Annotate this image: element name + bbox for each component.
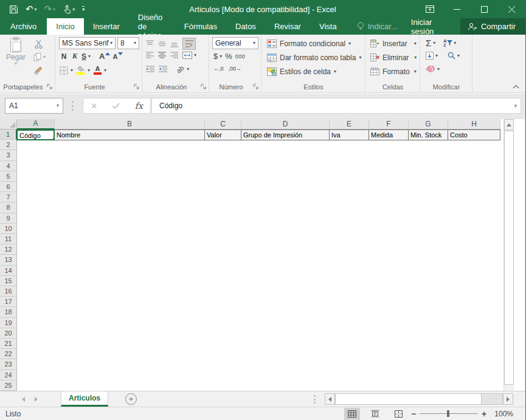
row-header-3[interactable]: 3 [0,150,17,160]
decrease-indent-icon[interactable] [146,66,154,73]
row-header-10[interactable]: 10 [0,224,17,234]
undo-button[interactable]: ↶▾ [22,1,40,17]
horizontal-scrollbar-thumb[interactable] [335,393,482,405]
zoom-out-button[interactable]: − [409,409,418,419]
column-header-D[interactable]: D [241,119,330,129]
row-header-21[interactable]: 21 [0,339,17,349]
align-bottom-icon[interactable] [170,40,178,47]
vertical-scrollbar-thumb[interactable] [504,131,514,385]
scroll-left-button[interactable] [325,393,335,405]
scroll-right-button[interactable] [503,393,513,405]
cell-F1[interactable]: Medida [369,129,409,140]
sign-in-button[interactable]: Iniciar sesión [404,18,460,35]
row-header-7[interactable]: 7 [0,192,17,202]
column-header-E[interactable]: E [330,119,369,129]
sheet-tab-articulos[interactable]: Articulos [61,391,108,407]
row-header-14[interactable]: 14 [0,266,17,276]
cell-A1[interactable]: Código [16,129,55,140]
increase-indent-icon[interactable] [159,66,167,73]
row-header-18[interactable]: 18 [0,307,17,317]
insert-cells-button[interactable]: Insertar▾ [369,37,418,50]
row-header-8[interactable]: 8 [0,202,17,213]
row-header-17[interactable]: 17 [0,297,17,307]
row-header-1[interactable]: 1 [0,129,17,140]
increase-decimal-button[interactable]: ←,0 [213,66,224,72]
tab-datos[interactable]: Datos [226,18,265,35]
cell-H1[interactable]: Costo [448,129,500,140]
confirm-entry-icon[interactable] [112,103,120,109]
save-icon[interactable] [6,1,21,17]
align-center-icon[interactable] [158,52,166,59]
clipboard-dialog-launcher[interactable] [46,83,53,90]
collapse-ribbon-icon[interactable] [513,84,519,89]
page-layout-view-icon[interactable] [367,408,383,420]
format-as-table-button[interactable]: Dar formato como tabla▾ [266,51,362,64]
orientation-button[interactable]: ab ▾ [176,66,189,73]
row-header-15[interactable]: 15 [0,276,17,286]
row-header-5[interactable]: 5 [0,171,17,182]
row-header-2[interactable]: 2 [0,140,17,150]
font-dialog-launcher[interactable] [133,83,140,90]
cell-D1[interactable]: Grupo de Impresión [241,129,330,140]
cell-styles-button[interactable]: Estilos de celda▾ [266,65,337,78]
row-header-12[interactable]: 12 [0,244,17,255]
next-sheet-icon[interactable] [35,397,38,402]
column-header-F[interactable]: F [369,119,409,129]
conditional-formatting-button[interactable]: Formato condicional▾ [266,37,352,50]
borders-button[interactable]: ▾ [60,66,73,75]
comma-format-button[interactable]: 000 [235,53,246,60]
column-header-G[interactable]: G [409,119,448,129]
sort-filter-button[interactable]: AZ ▾ [443,39,456,47]
fill-color-button[interactable]: ▾ [77,66,90,75]
align-top-icon[interactable] [146,40,154,47]
paste-button[interactable]: Pegar ▾ [4,37,28,66]
format-painter-icon[interactable] [32,65,45,76]
align-right-icon[interactable] [170,52,178,59]
cancel-entry-icon[interactable]: ✕ [91,102,97,111]
row-header-13[interactable]: 13 [0,255,17,265]
cell-G1[interactable]: Min. Stock [408,129,448,140]
fill-down-button[interactable]: ▾ [426,52,438,60]
cell-C1[interactable]: Valor [204,129,241,140]
grow-font-button[interactable]: A [99,52,110,61]
font-name-combo[interactable]: MS Sans Serif▾ [59,37,116,49]
cell-B1[interactable]: Nombre [54,129,205,140]
minimize-button[interactable] [443,0,471,18]
number-dialog-launcher[interactable] [252,83,259,90]
number-format-combo[interactable]: General▾ [212,37,258,49]
new-sheet-button[interactable]: + [125,393,137,405]
name-box[interactable]: A1▾ [5,98,63,114]
column-header-H[interactable]: H [448,119,500,129]
tab-vista[interactable]: Vista [310,18,346,35]
row-header-4[interactable]: 4 [0,161,17,171]
font-size-combo[interactable]: 8▾ [117,37,139,49]
underline-button[interactable]: S▾ [81,52,91,61]
tab-diseño-de-página[interactable]: Diseño de página [129,18,175,35]
insert-function-icon[interactable]: fx [135,101,143,111]
row-header-11[interactable]: 11 [0,234,17,244]
maximize-button[interactable] [471,0,498,18]
column-header-B[interactable]: B [55,119,205,129]
shrink-font-button[interactable]: A [112,53,123,60]
zoom-slider-thumb[interactable] [447,410,449,417]
row-header-23[interactable]: 23 [0,359,17,370]
name-box-grip[interactable] [72,101,74,111]
worksheet-grid[interactable]: ABCDEFGH 1234567891011121314151617181920… [0,119,514,391]
select-all-corner[interactable] [0,119,17,129]
autosum-button[interactable]: Σ▾ [426,38,435,48]
share-button[interactable]: Compartir [460,18,525,35]
find-select-button[interactable]: ▾ [448,52,460,60]
row-header-9[interactable]: 9 [0,213,17,224]
align-middle-icon[interactable] [158,40,166,47]
touch-mode-icon[interactable]: ▾ [60,1,78,17]
row-header-24[interactable]: 24 [0,370,17,380]
percent-format-button[interactable]: % [225,52,232,61]
font-color-button[interactable]: A ▾ [94,66,106,75]
redo-button[interactable]: ↷▾ [41,1,59,17]
clear-button[interactable]: ▾ [426,66,440,72]
tab-archivo[interactable]: Archivo [0,18,47,35]
customize-qat-icon[interactable]: ▾ [79,1,88,17]
row-header-19[interactable]: 19 [0,318,17,328]
row-header-16[interactable]: 16 [0,286,17,297]
wrap-text-button[interactable] [182,38,196,50]
